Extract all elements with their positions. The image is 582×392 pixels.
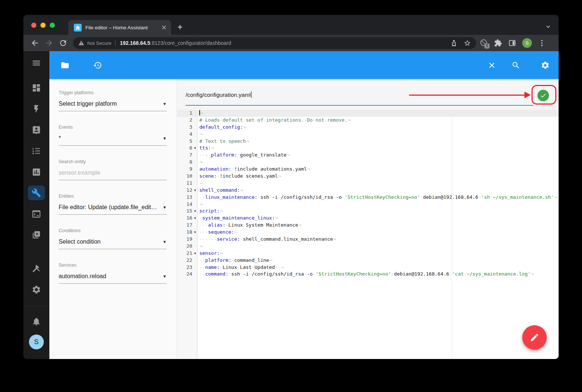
minimize-window-button[interactable] (40, 23, 46, 28)
code-line[interactable]: 6▼tts:¬ (177, 145, 559, 152)
zoom-window-button[interactable] (50, 23, 55, 28)
code-line[interactable]: 4¬ (177, 131, 559, 138)
tab-close-icon[interactable] (161, 24, 167, 31)
extensions-puzzle-icon[interactable] (494, 39, 502, 47)
code-line-text[interactable]: script:¬ (198, 208, 559, 215)
profile-avatar[interactable]: S (522, 38, 532, 48)
code-line-text[interactable]: ¬ (198, 180, 559, 187)
sidebar-item-map[interactable] (32, 125, 41, 135)
tab-search-chevron-icon[interactable] (545, 23, 552, 30)
entities-select[interactable]: File editor: Update (update.file_edit…▼ (59, 203, 167, 212)
code-line-text[interactable]: default_config:¬ (198, 124, 559, 131)
code-line[interactable]: 1¬ (177, 110, 559, 117)
user-avatar[interactable]: S (29, 335, 44, 349)
folder-icon[interactable] (61, 61, 69, 70)
sidebar-item-logbook[interactable] (32, 146, 41, 156)
trigger-platforms-select[interactable]: Select trigger platform▼ (59, 99, 167, 108)
sidebar-item-developer-tools[interactable] (32, 264, 41, 273)
code-line[interactable]: 15▼script:¬ (177, 208, 559, 215)
code-line-text[interactable]: shell_command:¬ (198, 187, 559, 194)
fold-arrow-icon[interactable]: ▼ (192, 250, 198, 257)
code-line[interactable]: 5#·Text·to·speech¬ (177, 138, 559, 145)
code-line-text[interactable]: ···sequence:¬ (198, 229, 559, 236)
code-line-text[interactable]: automation:·!include·automations.yaml¬ (198, 166, 559, 173)
code-line-text[interactable]: #·Loads·default·set·of·integrations.·Do·… (198, 117, 559, 124)
code-line-text[interactable]: #·Text·to·speech¬ (198, 138, 559, 145)
history-arrow-icon[interactable] (93, 61, 102, 70)
code-line[interactable]: 21▼sensor:¬ (177, 250, 559, 257)
not-secure-warning-icon[interactable] (78, 40, 84, 46)
code-line[interactable]: 8¬ (177, 159, 559, 166)
code-line-text[interactable]: ¬ (198, 159, 559, 166)
sidebar-item-overview[interactable] (32, 83, 41, 93)
side-panel-icon[interactable] (508, 39, 516, 47)
code-line[interactable]: 20¬ (177, 243, 559, 250)
code-line-text[interactable]: ··linux_maintenance:·ssh·-i·/config/ssh/… (198, 194, 559, 201)
sidebar-item-energy[interactable] (32, 104, 41, 114)
code-line[interactable]: 3default_config:¬ (177, 124, 559, 131)
code-line-text[interactable]: scene:·!include·scenes.yaml¬ (198, 173, 559, 180)
content-blocker-icon[interactable]: 5 (479, 39, 488, 47)
code-line-text[interactable]: ··platform:·command_line¬ (198, 257, 559, 264)
code-line[interactable]: 23··name:·Linux·Last·Updated··¬ (177, 264, 559, 271)
code-line[interactable]: 14¬ (177, 201, 559, 208)
notifications-bell-icon[interactable] (32, 317, 41, 326)
fold-arrow-icon[interactable]: ▼ (192, 145, 198, 152)
browser-menu-kebab-icon[interactable] (538, 39, 546, 47)
code-line-text[interactable]: ··name:·Linux·Last·Updated··¬ (198, 264, 559, 271)
close-file-icon[interactable] (487, 61, 496, 70)
code-line-text[interactable]: ··-·platform:·google_translate¬ (198, 152, 559, 159)
share-icon[interactable] (450, 39, 458, 47)
url-text[interactable]: 192.168.64.5:8123/core_configurator/dash… (120, 40, 444, 46)
sidebar-item-file-editor[interactable] (28, 185, 45, 200)
events-select[interactable]: *▼ (59, 134, 167, 143)
code-line-text[interactable]: sensor:¬ (198, 250, 559, 257)
code-line-text[interactable]: tts:¬ (198, 145, 559, 152)
code-line-text[interactable]: ·system_maintenance_linux:¬ (198, 215, 559, 222)
fold-arrow-icon[interactable]: ▼ (192, 229, 198, 236)
code-line-text[interactable]: ¬ (198, 201, 559, 208)
code-line[interactable]: 24··command:·ssh·-i·/config/ssh/id_rsa·-… (177, 271, 559, 278)
fold-arrow-icon[interactable]: ▼ (192, 208, 198, 215)
code-line[interactable]: 19······service:·shell_command.linux_mai… (177, 236, 559, 243)
editor-settings-gear-icon[interactable] (541, 61, 550, 70)
menu-hamburger-icon[interactable] (32, 58, 41, 68)
search-entity-input[interactable]: sensor.example (59, 168, 167, 177)
browser-tab[interactable]: File editor – Home Assistant (68, 20, 171, 35)
filename-input[interactable]: /config/configuration.yaml (186, 91, 252, 98)
sidebar-item-history[interactable] (32, 167, 41, 177)
code-line-text[interactable]: ¬ (198, 243, 559, 250)
code-line[interactable]: 16▼·system_maintenance_linux:¬ (177, 215, 559, 222)
code-line-text[interactable]: ··command:·ssh·-i·/config/ssh/id_rsa·-o·… (198, 271, 559, 278)
code-line[interactable]: 2#·Loads·default·set·of·integrations.·Do… (177, 117, 559, 124)
forward-icon[interactable] (45, 39, 53, 47)
code-line-text[interactable]: ······service:·shell_command.linux_maint… (198, 236, 559, 243)
code-line[interactable]: 11¬ (177, 180, 559, 187)
fold-arrow-icon[interactable]: ▼ (192, 187, 198, 194)
bookmark-star-icon[interactable] (464, 39, 471, 47)
reload-icon[interactable] (59, 39, 68, 47)
code-line[interactable]: 10scene:·!include·scenes.yaml¬ (177, 173, 559, 180)
code-line-text[interactable]: ¬ (198, 131, 559, 138)
close-window-button[interactable] (31, 23, 36, 28)
code-line[interactable]: 13··linux_maintenance:·ssh·-i·/config/ss… (177, 194, 559, 201)
code-line[interactable]: 9automation:·!include·automations.yaml¬ (177, 166, 559, 173)
back-icon[interactable] (30, 39, 39, 47)
code-line[interactable]: 18▼···sequence:¬ (177, 229, 559, 236)
address-bar[interactable]: Not Secure 192.168.64.5:8123/core_config… (73, 37, 476, 49)
conditions-select[interactable]: Select condition▼ (59, 237, 167, 246)
code-editor[interactable]: 1¬2#·Loads·default·set·of·integrations.·… (177, 110, 559, 359)
code-line[interactable]: 12▼shell_command:¬ (177, 187, 559, 194)
sidebar-item-media-browser[interactable] (32, 230, 41, 240)
services-select[interactable]: automation.reload▼ (59, 272, 167, 281)
code-line-text[interactable]: ¬ (198, 110, 559, 117)
sidebar-item-settings[interactable] (32, 285, 41, 294)
not-secure-label[interactable]: Not Secure (87, 40, 111, 46)
code-line[interactable]: 22··platform:·command_line¬ (177, 257, 559, 264)
code-line-text[interactable]: ···alias:·Linux·System·Maintenance¬ (198, 222, 559, 229)
edit-fab-button[interactable] (522, 325, 547, 350)
search-icon[interactable] (511, 61, 520, 70)
code-line[interactable]: 7··-·platform:·google_translate¬ (177, 152, 559, 159)
new-tab-button[interactable]: + (175, 22, 185, 33)
fold-arrow-icon[interactable]: ▼ (192, 215, 198, 222)
